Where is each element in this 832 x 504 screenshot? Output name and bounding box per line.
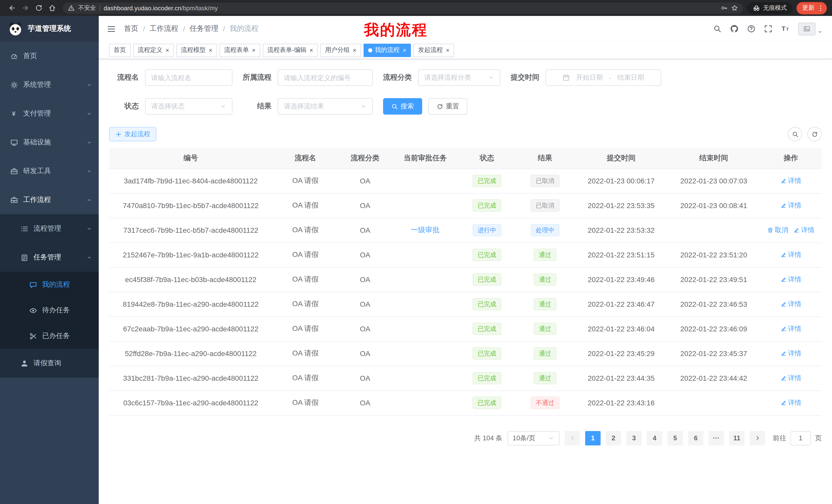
page-button-6[interactable]: 6 [688,431,703,445]
next-page-button[interactable] [750,431,765,445]
cell-submit-time: 2022-01-23 00:06:17 [575,169,668,193]
breadcrumb-item[interactable]: 工作流程 [150,24,178,33]
sidebar-item-todo-tasks[interactable]: 待办任务 [0,298,99,323]
search-button[interactable]: 搜索 [383,98,422,115]
tab-close-icon[interactable]: × [165,47,169,53]
detail-action[interactable]: 详情 [780,324,801,333]
sidebar-item-my-process[interactable]: 我的流程 [0,272,99,298]
cell-result: 已取消 [515,169,575,193]
page-button-4[interactable]: 4 [647,431,662,445]
tab-home[interactable]: 首页 [109,44,131,57]
help-icon[interactable] [747,25,755,33]
process-name-input[interactable] [145,69,232,86]
tab-process-form-edit[interactable]: 流程表单-编辑× [263,44,318,57]
sidebar-item-task-management[interactable]: 任务管理 [0,243,99,272]
result-select[interactable]: 请选择流结果 [278,98,373,115]
not-secure-warning-icon[interactable] [68,5,75,11]
forward-button[interactable] [19,1,32,15]
reset-button[interactable]: 重置 [428,98,467,115]
breadcrumb-item[interactable]: 首页 [124,24,138,33]
tab-close-icon[interactable]: × [252,47,256,53]
column-header: 流程分类 [338,148,392,169]
cell-category: OA [338,316,392,341]
process-id-input[interactable] [278,69,373,86]
page-size-select[interactable]: 10条/页 [508,431,560,445]
refresh-table-button[interactable] [807,127,822,141]
page-button-11[interactable]: 11 [729,431,745,445]
page-button-2[interactable]: 2 [606,431,621,445]
cell-end-time: 2022-01-23 00:07:03 [668,169,760,193]
start-process-button[interactable]: 发起流程 [109,127,156,141]
tab-process-definition[interactable]: 流程定义× [133,44,174,57]
github-icon[interactable] [730,25,738,33]
table-row: 7317cec6-7b9b-11ec-b5b7-acde48001122OA 请… [109,218,822,243]
user-avatar-menu[interactable] [798,22,823,35]
category-select[interactable]: 请选择流程分类 [418,69,500,86]
app-logo[interactable]: 芋道管理系统 [0,16,99,41]
sidebar-item-infrastructure[interactable]: 基础设施 [0,128,99,157]
tab-close-icon[interactable]: × [310,47,313,53]
address-bar[interactable]: 不安全 dashboard.yudao.iocoder.cn/bpm/task/… [63,2,743,13]
sidebar-item-done-tasks[interactable]: 已办任务 [0,323,99,349]
detail-action[interactable]: 详情 [780,201,801,210]
tab-process-form[interactable]: 流程表单× [219,44,260,57]
page-button-5[interactable]: 5 [668,431,683,445]
detail-action[interactable]: 详情 [794,226,814,235]
sidebar-item-system[interactable]: 系统管理 [0,71,99,99]
back-button[interactable] [5,1,19,15]
active-tab-dot [368,48,372,52]
more-pages-button[interactable]: ··· [709,431,724,445]
page-button-3[interactable]: 3 [626,431,642,445]
detail-action[interactable]: 详情 [780,250,801,259]
breadcrumb-item[interactable]: 任务管理 [190,24,218,33]
sidebar-item-dev-tools[interactable]: 研发工具 [0,157,99,186]
search-icon[interactable] [713,25,722,33]
sidebar-item-process-management[interactable]: 流程管理 [0,214,99,243]
detail-action[interactable]: 详情 [780,275,801,284]
edit-icon [780,202,786,208]
current-task-link[interactable]: 一级审批 [411,226,440,234]
reload-button[interactable] [32,1,45,15]
select-placeholder: 请选择状态 [151,102,185,111]
submit-time-range-picker[interactable]: 开始日期 - 结束日期 [546,69,661,86]
tab-close-icon[interactable]: × [402,47,406,53]
sidebar-toggle-button[interactable] [99,16,124,41]
detail-action[interactable]: 详情 [780,176,801,186]
tab-close-icon[interactable]: × [353,47,356,53]
status-select[interactable]: 请选择状态 [145,98,232,115]
cancel-action[interactable]: 取消 [767,226,788,235]
detail-action[interactable]: 详情 [780,398,801,408]
table-row: 7470a810-7b9b-11ec-b5b7-acde48001122OA 请… [109,193,822,218]
fullscreen-icon[interactable] [764,25,772,33]
font-size-icon[interactable]: TT [781,25,789,33]
detail-action[interactable]: 详情 [780,373,801,383]
tab-close-icon[interactable]: × [209,47,212,53]
tab-start-process[interactable]: 发起流程× [413,44,454,57]
cell-submit-time: 2022-01-22 23:45:29 [575,341,668,366]
update-button[interactable]: 更新 [797,2,827,14]
toggle-search-button[interactable] [788,127,802,141]
bookmark-star-icon[interactable] [731,5,738,11]
jump-page-input[interactable] [790,431,811,445]
sidebar-item-workflow[interactable]: 工作流程 [0,186,99,214]
tab-my-process[interactable]: 我的流程× [364,44,411,57]
prev-page-button[interactable] [565,431,580,445]
home-button[interactable] [45,1,59,15]
detail-action[interactable]: 详情 [780,349,801,358]
cell-current-task [392,341,459,366]
sidebar-item-leave-query[interactable]: 请假查询 [0,349,99,377]
cell-actions: 详情 [760,292,822,316]
tab-process-model[interactable]: 流程模型× [176,44,217,57]
select-placeholder: 请选择流结果 [284,102,324,111]
cell-status: 已完成 [459,292,515,316]
sidebar-item-home[interactable]: 首页 [0,41,99,71]
sidebar-item-payment[interactable]: ¥支付管理 [0,99,99,128]
page-button-1[interactable]: 1 [585,431,601,445]
detail-action[interactable]: 详情 [780,300,801,309]
password-key-icon[interactable] [721,5,728,11]
filter-label-submit-time: 提交时间 [511,73,539,82]
browser-menu-icon[interactable] [817,4,824,11]
tab-user-group[interactable]: 用户分组× [320,44,361,57]
search-button-label: 搜索 [400,102,414,111]
tab-close-icon[interactable]: × [446,47,449,53]
